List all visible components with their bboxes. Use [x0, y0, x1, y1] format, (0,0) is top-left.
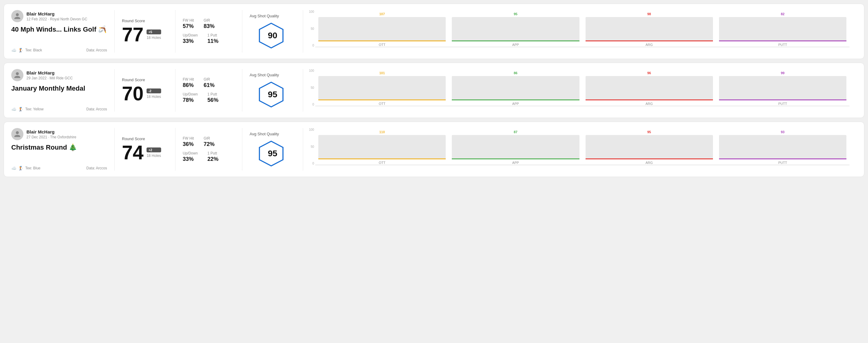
stat-updown: Up/Down 33% [183, 33, 197, 44]
stat-oneputt: 1 Putt 22% [207, 151, 218, 162]
bar-top-value: 82 [781, 12, 784, 16]
quality-number: 95 [268, 90, 277, 99]
bar-group-app: 95 APP [452, 12, 579, 46]
weather-icon: ☁️ [11, 107, 17, 112]
hexagon-wrapper: 90 [257, 22, 288, 49]
stats-row-bottom: Up/Down 33% 1 Putt 11% [183, 33, 235, 44]
score-badge: +5 [147, 30, 161, 34]
bar-x-label: APP [512, 161, 519, 164]
bar-colored-line [452, 99, 579, 100]
y-max: 100 [309, 128, 314, 131]
score-badge-area: +2 18 Holes [147, 148, 161, 158]
score-row: 74 +2 18 Holes [122, 143, 168, 162]
bar-bg [452, 135, 579, 159]
bar-group-ott: 101 OTT [318, 71, 446, 105]
user-info: Blair McHarg 29 Jan 2022 · Mill Ride GCC [11, 69, 107, 81]
quality-label: Avg Shot Quality [250, 132, 279, 136]
bar-bg [318, 135, 446, 159]
bar-top-value: 93 [781, 130, 784, 134]
y-mid: 50 [311, 27, 314, 30]
y-max: 100 [309, 69, 314, 72]
tee-info: ☁️ 🏌️ Tee: Black [11, 48, 42, 53]
bar-x-label: ARG [646, 102, 653, 105]
bar-group-putt: 93 PUTT [719, 130, 846, 164]
updown-label: Up/Down [183, 33, 197, 37]
updown-label: Up/Down [183, 92, 197, 96]
bar-bg [719, 76, 846, 100]
bar-group-ott: 107 OTT [318, 12, 446, 46]
card-chart: 100 50 0 107 OTT [303, 10, 857, 53]
card-quality: Avg Shot Quality 95 [242, 69, 303, 112]
data-source: Data: Arccos [86, 166, 107, 170]
y-axis: 100 50 0 [307, 10, 315, 47]
updown-value: 78% [183, 97, 197, 103]
holes-text: 18 Holes [147, 95, 161, 99]
bar-x-label: PUTT [778, 161, 787, 164]
round-title: Christmas Round 🎄 [11, 143, 107, 152]
card-chart: 100 50 0 101 OTT [303, 69, 857, 112]
avatar [11, 69, 23, 81]
holes-text: 18 Holes [147, 154, 161, 158]
round-title: 40 Mph Winds... Links Golf 🪃 [11, 25, 107, 34]
bar-group-arg: 98 ARG [586, 12, 713, 46]
oneputt-value: 11% [207, 38, 218, 44]
score-label: Round Score [122, 77, 168, 82]
x-baseline [315, 47, 849, 47]
bar-bg [318, 76, 446, 100]
bars-container: 107 OTT 95 APP [315, 13, 849, 46]
round-card-card-2: Blair McHarg 29 Jan 2022 · Mill Ride GCC… [4, 63, 864, 118]
bar-group-arg: 95 ARG [586, 130, 713, 164]
user-date-club: 29 Jan 2022 · Mill Ride GCC [26, 76, 73, 80]
card-left: Blair McHarg 12 Feb 2022 · Royal North D… [11, 10, 115, 53]
stat-updown: Up/Down 78% [183, 92, 197, 103]
bar-x-label: OTT [379, 102, 385, 105]
stat-fw-hit: FW Hit 57% [183, 18, 194, 30]
bar-x-label: APP [512, 43, 519, 46]
updown-label: Up/Down [183, 151, 197, 155]
chart-area: 100 50 0 107 OTT [307, 10, 849, 53]
card-score: Round Score 77 +5 18 Holes [115, 10, 176, 53]
stats-row-bottom: Up/Down 33% 1 Putt 22% [183, 151, 235, 162]
user-date-club: 12 Feb 2022 · Royal North Devon GC [26, 17, 87, 21]
score-label: Round Score [122, 136, 168, 141]
bar-x-label: OTT [379, 161, 385, 164]
oneputt-value: 22% [207, 156, 218, 162]
stats-row-bottom: Up/Down 78% 1 Putt 56% [183, 92, 235, 103]
bar-top-value: 96 [647, 71, 651, 75]
quality-number: 90 [268, 31, 277, 40]
fw-hit-label: FW Hit [183, 136, 194, 141]
card-left: Blair McHarg 29 Jan 2022 · Mill Ride GCC… [11, 69, 115, 112]
card-stats: FW Hit 86% GIR 61% Up/Down 78% 1 Putt 56… [176, 69, 242, 112]
holes-text: 18 Holes [147, 36, 161, 40]
gir-value: 83% [204, 23, 215, 30]
bar-bg [586, 17, 713, 41]
bar-x-label: OTT [379, 43, 385, 46]
bar-x-label: PUTT [778, 43, 787, 46]
user-name: Blair McHarg [26, 11, 87, 17]
user-name: Blair McHarg [26, 129, 76, 134]
bar-colored-line [586, 40, 713, 41]
bar-top-value: 95 [514, 12, 518, 16]
chart-area: 100 50 0 110 OTT [307, 128, 849, 170]
score-badge-area: -2 18 Holes [147, 89, 161, 99]
score-label: Round Score [122, 19, 168, 23]
y-axis: 100 50 0 [307, 69, 315, 106]
avatar [11, 10, 23, 22]
quality-label: Avg Shot Quality [250, 73, 279, 77]
bar-top-value: 98 [647, 12, 651, 16]
card-chart: 100 50 0 110 OTT [303, 128, 857, 170]
score-number: 74 [122, 143, 144, 162]
card-footer: ☁️ 🏌️ Tee: Yellow Data: Arccos [11, 107, 107, 112]
bar-x-label: ARG [646, 43, 653, 46]
hexagon-wrapper: 95 [257, 140, 288, 167]
weather-icon: ☁️ [11, 166, 17, 170]
bar-colored-line [452, 158, 579, 159]
hexagon-wrapper: 95 [257, 81, 288, 108]
tee-label: Tee: Yellow [25, 107, 43, 111]
user-date-club: 27 Dec 2021 · The Oxfordshire [26, 135, 76, 139]
fw-hit-label: FW Hit [183, 77, 194, 82]
y-min: 0 [312, 44, 314, 47]
tee-label: Tee: Black [25, 48, 42, 52]
gir-value: 72% [204, 141, 215, 148]
card-score: Round Score 70 -2 18 Holes [115, 69, 176, 112]
